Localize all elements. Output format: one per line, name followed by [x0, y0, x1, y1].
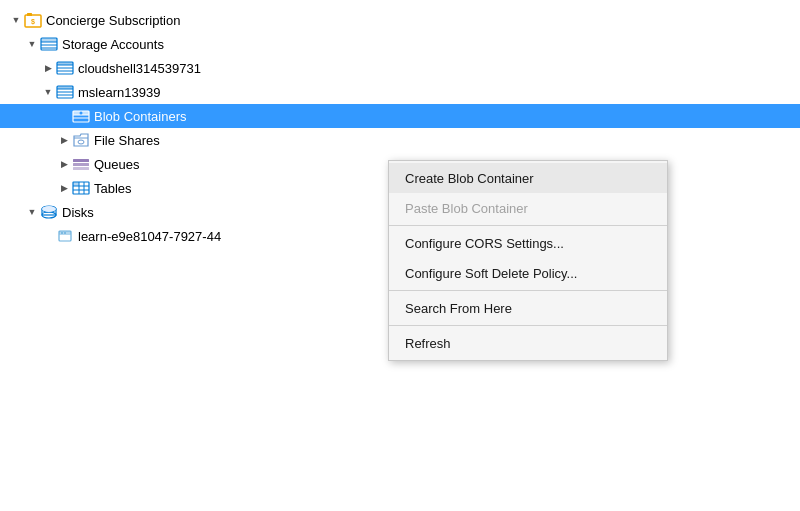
context-menu-configure-soft-delete[interactable]: Configure Soft Delete Policy... — [389, 258, 667, 288]
svg-rect-7 — [41, 38, 57, 42]
svg-point-36 — [42, 206, 56, 212]
configure-cors-label: Configure CORS Settings... — [405, 236, 564, 251]
context-menu-create-blob[interactable]: Create Blob Container — [389, 163, 667, 193]
separator-3 — [389, 325, 667, 326]
context-menu-search-from-here[interactable]: Search From Here — [389, 293, 667, 323]
cloudshell-icon — [56, 59, 74, 77]
svg-rect-1 — [27, 13, 32, 16]
blob-containers-label: Blob Containers — [94, 109, 187, 124]
queues-icon — [72, 155, 90, 173]
tables-label: Tables — [94, 181, 132, 196]
arrow-storage-accounts — [24, 36, 40, 52]
file-shares-icon — [72, 131, 90, 149]
separator-2 — [389, 290, 667, 291]
svg-text:$: $ — [31, 18, 35, 26]
file-shares-label: File Shares — [94, 133, 160, 148]
mslearn-label: mslearn13939 — [78, 85, 160, 100]
blob-containers-icon — [72, 107, 90, 125]
arrow-tables — [56, 180, 72, 196]
storage-accounts-label: Storage Accounts — [62, 37, 164, 52]
mslearn-icon — [56, 83, 74, 101]
context-menu-paste-blob: Paste Blob Container — [389, 193, 667, 223]
tree-item-file-shares[interactable]: File Shares — [0, 128, 800, 152]
svg-rect-25 — [73, 163, 89, 166]
svg-point-23 — [78, 140, 84, 144]
subscription-label: Concierge Subscription — [46, 13, 180, 28]
arrow-mslearn — [40, 84, 56, 100]
context-menu-configure-cors[interactable]: Configure CORS Settings... — [389, 228, 667, 258]
disk-item-label: learn-e9e81047-7927-44 — [78, 229, 221, 244]
svg-rect-24 — [73, 159, 89, 162]
arrow-disks — [24, 204, 40, 220]
tree-panel: $ Concierge Subscription Storage Account… — [0, 0, 800, 511]
svg-rect-17 — [57, 86, 73, 89]
configure-soft-delete-label: Configure Soft Delete Policy... — [405, 266, 577, 281]
storage-accounts-icon — [40, 35, 58, 53]
svg-rect-26 — [73, 167, 89, 170]
tree-item-cloudshell[interactable]: cloudshell314539731 — [0, 56, 800, 80]
tree-item-storage-accounts[interactable]: Storage Accounts — [0, 32, 800, 56]
svg-point-22 — [80, 112, 83, 115]
disks-icon — [40, 203, 58, 221]
refresh-label: Refresh — [405, 336, 451, 351]
context-menu: Create Blob Container Paste Blob Contain… — [388, 160, 668, 361]
queues-label: Queues — [94, 157, 140, 172]
tree-item-subscription[interactable]: $ Concierge Subscription — [0, 8, 800, 32]
arrow-file-shares — [56, 132, 72, 148]
svg-rect-12 — [57, 62, 73, 65]
cloudshell-label: cloudshell314539731 — [78, 61, 201, 76]
disks-label: Disks — [62, 205, 94, 220]
svg-rect-32 — [73, 182, 79, 186]
tables-icon — [72, 179, 90, 197]
create-blob-label: Create Blob Container — [405, 171, 534, 186]
tree-item-blob-containers[interactable]: Blob Containers — [0, 104, 800, 128]
arrow-queues — [56, 156, 72, 172]
disk-item-icon — [56, 227, 74, 245]
search-from-here-label: Search From Here — [405, 301, 512, 316]
paste-blob-label: Paste Blob Container — [405, 201, 528, 216]
arrow-cloudshell — [40, 60, 56, 76]
tree-item-mslearn[interactable]: mslearn13939 — [0, 80, 800, 104]
context-menu-refresh[interactable]: Refresh — [389, 328, 667, 358]
svg-point-39 — [61, 232, 63, 234]
subscription-icon: $ — [24, 11, 42, 29]
arrow-subscription — [8, 12, 24, 28]
svg-point-40 — [64, 232, 66, 234]
separator-1 — [389, 225, 667, 226]
